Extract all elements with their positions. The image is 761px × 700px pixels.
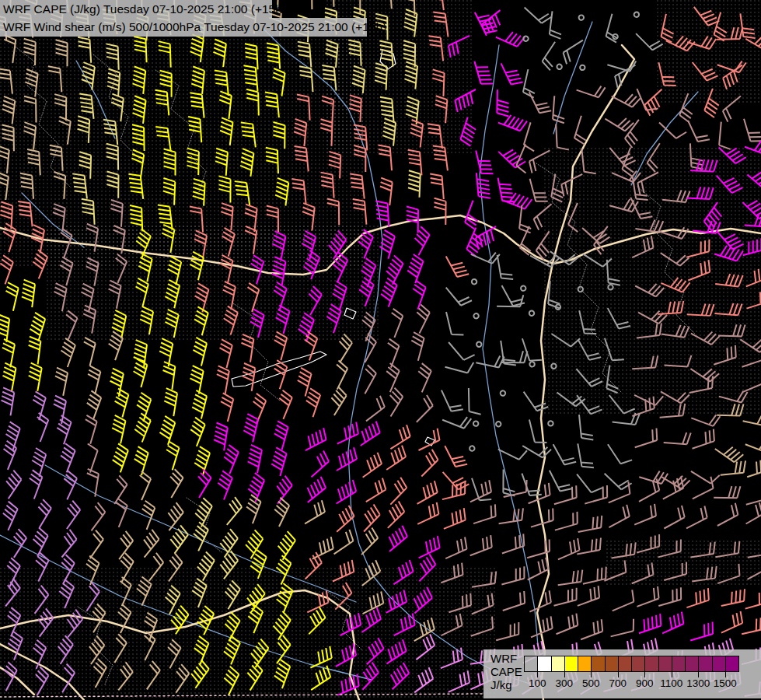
wind-barb (714, 486, 740, 498)
wind-barb (550, 465, 572, 494)
legend-cell (725, 656, 739, 672)
wind-barb (379, 501, 407, 527)
wind-barb (108, 499, 129, 527)
wind-barb (613, 65, 641, 88)
wind-barb (26, 363, 43, 391)
wind-barb (498, 439, 527, 460)
wind-barb (495, 421, 502, 428)
legend-tick (618, 672, 619, 677)
wind-barb (578, 442, 594, 470)
cape-colorbar (524, 656, 739, 672)
wind-barb (79, 415, 98, 444)
wind-barb (214, 366, 230, 394)
wind-barb (84, 366, 102, 394)
wind-barb (190, 390, 208, 419)
wind-barb (27, 527, 50, 556)
wind-barb (497, 508, 525, 523)
wind-barb (219, 445, 240, 474)
wind-barb (383, 309, 403, 338)
wind-barb (241, 530, 265, 558)
wind-barb (411, 481, 440, 504)
wind-barb (304, 450, 331, 477)
wind-barb (360, 478, 389, 502)
legend-cell (578, 656, 592, 672)
wind-barb (434, 198, 445, 225)
wind-barb (574, 116, 592, 145)
wind-barb (58, 501, 82, 529)
wind-barb (465, 480, 494, 502)
wind-barb (498, 534, 527, 553)
wind-barb (525, 0, 552, 26)
wind-barb (445, 440, 467, 469)
wind-barb (469, 445, 476, 452)
wind-barb (215, 339, 233, 368)
wind-barb (580, 65, 585, 71)
map-canvas (0, 0, 761, 700)
wind-barb (382, 478, 409, 505)
wind-barb (132, 393, 152, 422)
wind-barb (332, 422, 361, 444)
wind-barb (242, 414, 259, 443)
wind-barb (439, 508, 468, 529)
wind-barb (500, 390, 507, 397)
wind-barb (57, 338, 77, 367)
wind-barb (743, 457, 761, 477)
wind-barb (187, 366, 204, 394)
wind-barb (691, 461, 720, 485)
wind-barb (0, 387, 15, 415)
wind-barb (577, 619, 606, 639)
wind-barb (162, 388, 177, 416)
wind-barb (497, 89, 509, 116)
wind-barb (240, 363, 256, 391)
wind-barb (0, 363, 16, 391)
legend-cell (605, 656, 619, 672)
wind-barb (476, 148, 493, 177)
wind-barb (109, 415, 126, 443)
wind-barb (553, 439, 577, 467)
legend-cell (685, 656, 699, 672)
wind-barb (353, 527, 380, 555)
legend-label-cape: CAPE (490, 665, 522, 678)
wind-barb (2, 422, 21, 450)
wind-barb (473, 313, 480, 320)
wind-barb (379, 363, 400, 392)
wind-barb (446, 280, 472, 308)
wind-barb (466, 535, 494, 555)
wind-barb (581, 567, 609, 584)
wind-barb (499, 566, 528, 584)
wind-barb (549, 11, 564, 39)
wind-barb (2, 282, 19, 311)
legend-tick (591, 672, 592, 677)
legend-tick (644, 672, 645, 677)
wind-barb (414, 450, 441, 477)
wind-barb (499, 591, 528, 611)
wind-barb (464, 201, 484, 229)
wind-barb (409, 304, 431, 333)
wind-barb (413, 502, 442, 524)
wind-barb (579, 414, 593, 441)
wind-barb (445, 355, 474, 373)
wind-barb (28, 448, 47, 477)
wind-barb (442, 409, 471, 429)
cape-legend-labels: WRF CAPE J/kg (490, 652, 522, 691)
wind-barb (717, 611, 745, 633)
wind-barb (411, 363, 432, 392)
wind-barb (30, 499, 53, 528)
wind-barb (446, 250, 469, 279)
wind-barb (414, 429, 442, 450)
wind-barb (189, 469, 212, 498)
wind-barb (655, 587, 684, 606)
cape-legend: WRF CAPE J/kg 10030050070090011001300150… (483, 649, 761, 698)
legend-label-wrf: WRF (490, 652, 522, 665)
wind-barb (382, 526, 410, 551)
wind-barb (548, 421, 553, 426)
wind-barb (681, 506, 710, 528)
wind-barb (161, 442, 180, 471)
wind-barb (131, 413, 152, 442)
wind-barb (56, 443, 76, 472)
legend-cell (658, 656, 672, 672)
wind-barb (474, 58, 493, 87)
wind-barb (408, 170, 421, 198)
wind-barb (131, 446, 149, 475)
wind-barb (188, 522, 210, 551)
